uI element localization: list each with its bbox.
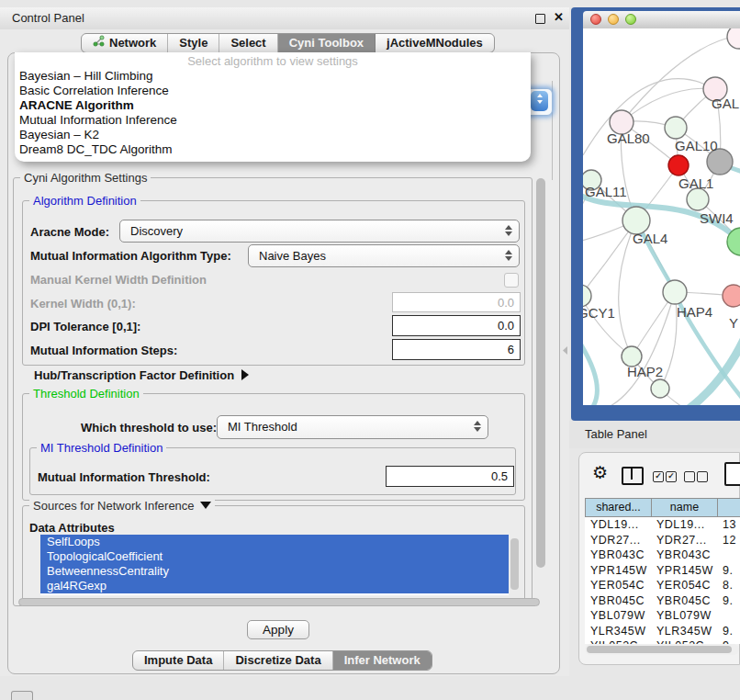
table-row[interactable]: YBR043CYBR043C: [585, 548, 740, 563]
table-horizontal-scrollbar-thumb[interactable]: [587, 646, 732, 653]
algorithm-item[interactable]: Basic Correlation Inference: [15, 84, 531, 98]
kernel-width-field: 0.0: [392, 292, 521, 312]
manual-kernel-label: Manual Kernel Width Definition: [30, 273, 207, 287]
tab-discretize-data[interactable]: Discretize Data: [224, 651, 332, 670]
aracne-mode-combobox[interactable]: Discovery: [119, 220, 520, 243]
settings-horizontal-scrollbar[interactable]: [18, 598, 540, 606]
minimize-traffic-light-icon[interactable]: [608, 14, 619, 25]
table-row[interactable]: YDL19...YDL19...13: [585, 517, 740, 533]
network-node[interactable]: [727, 28, 740, 49]
table-horizontal-scrollbar-track[interactable]: [585, 644, 739, 655]
data-attribute-item[interactable]: gal4RGexp: [40, 579, 509, 593]
network-canvas[interactable]: GALGAL80GAL10GAL1GAL11SWI4GAL4GCY1HAP4YH…: [583, 28, 740, 405]
network-view-frame: GALGAL80GAL10GAL1GAL11SWI4GAL4GCY1HAP4YH…: [571, 7, 740, 421]
table-row[interactable]: YDR27...YDR27...12: [585, 533, 740, 548]
column-header[interactable]: name: [651, 498, 717, 517]
manual-kernel-checkbox[interactable]: [504, 273, 519, 288]
mi-threshold-label: Mutual Information Threshold:: [38, 470, 210, 484]
threshold-definition-title: Threshold Definition: [29, 387, 143, 401]
control-panel-window: Control Panel ✕ NetworkStyleSelectCyni T…: [0, 7, 569, 676]
hub-definition-expander[interactable]: Hub/Transcription Factor Definition: [34, 368, 249, 382]
mi-threshold-field[interactable]: 0.5: [386, 466, 514, 487]
algorithm-item[interactable]: Bayesian – Hill Climbing: [15, 69, 531, 84]
network-node-hap4[interactable]: [663, 280, 687, 304]
mi-type-combobox[interactable]: Naive Bayes: [248, 244, 520, 267]
table-cell: 8.: [717, 578, 740, 593]
data-attribute-item[interactable]: TopologicalCoefficient: [40, 549, 509, 564]
attributes-list-scrollbar[interactable]: [510, 538, 519, 590]
column-header[interactable]: shared...: [585, 498, 651, 517]
table-row[interactable]: YLR345WYLR345W9.: [585, 624, 740, 639]
network-node-gal10[interactable]: [665, 117, 687, 139]
which-threshold-label: Which threshold to use:: [81, 421, 217, 435]
network-node-gcy1[interactable]: [583, 285, 591, 307]
network-node-swi4[interactable]: [687, 188, 709, 210]
algorithm-item[interactable]: Mutual Information Inference: [15, 113, 531, 128]
tab-cyni-toolbox[interactable]: Cyni Toolbox: [278, 34, 376, 52]
table-cell: YBR043C: [585, 548, 651, 563]
column-header[interactable]: A: [717, 498, 740, 517]
table-row[interactable]: YPR145WYPR145W9.: [585, 563, 740, 579]
algorithm-item[interactable]: ARACNE Algorithm: [15, 98, 531, 113]
table-cell: YBR045C: [585, 593, 651, 609]
control-panel-tab-bar: NetworkStyleSelectCyni ToolboxjActiveMNo…: [81, 33, 495, 53]
combo-stepper-icon[interactable]: [531, 91, 548, 111]
tab-infer-network[interactable]: Infer Network: [333, 651, 432, 670]
mi-threshold-group-title: MI Threshold Definition: [37, 441, 166, 455]
table-row[interactable]: YER054CYER054C8.: [585, 578, 740, 593]
apply-button[interactable]: Apply: [247, 620, 309, 639]
tab-network[interactable]: Network: [82, 34, 168, 52]
mi-steps-label: Mutual Information Steps:: [30, 344, 177, 357]
mi-type-value: Naive Bayes: [259, 249, 326, 263]
float-window-icon[interactable]: [535, 14, 545, 24]
network-node-gal1[interactable]: [668, 155, 689, 175]
close-traffic-light-icon[interactable]: [590, 14, 601, 25]
table-row[interactable]: YBR045CYBR045C9.: [585, 593, 740, 609]
table-row[interactable]: YBL079WYBL079W: [585, 608, 740, 624]
zoom-traffic-light-icon[interactable]: [625, 14, 636, 25]
node-label: GAL: [712, 96, 739, 111]
tab-select[interactable]: Select: [219, 34, 277, 52]
aracne-mode-label: Aracne Mode:: [30, 225, 109, 239]
minimized-panel-icon[interactable]: [11, 691, 33, 700]
network-window-titlebar[interactable]: [583, 11, 740, 29]
algorithm-item[interactable]: Bayesian – K2: [15, 128, 531, 142]
unchecked-checkbox-icon[interactable]: [697, 471, 708, 482]
algorithm-select-popup: Select algorithm to view settings Bayesi…: [15, 52, 531, 162]
checked-checkbox-icon[interactable]: ✓: [666, 471, 677, 482]
close-icon[interactable]: ✕: [554, 10, 564, 24]
table-cell: YDL19...: [651, 517, 717, 533]
checked-checkbox-icon[interactable]: ✓: [653, 471, 664, 482]
data-attribute-item[interactable]: BetweennessCentrality: [40, 564, 509, 579]
control-panel-titlebar: Control Panel ✕: [0, 7, 569, 29]
node-label: GCY1: [583, 305, 615, 321]
tab-impute-data[interactable]: Impute Data: [133, 651, 224, 670]
tab-label: Style: [179, 34, 207, 52]
tab-jactivemnodules[interactable]: jActiveMNodules: [376, 34, 494, 52]
data-attribute-item[interactable]: SelfLoops: [40, 535, 509, 549]
table-rows[interactable]: YDL19...YDL19...13YDR27...YDR27...12YBR0…: [585, 517, 740, 644]
kernel-width-label: Kernel Width (0,1):: [30, 297, 136, 310]
network-node-y[interactable]: [723, 285, 740, 307]
column-layout-icon[interactable]: [622, 467, 644, 485]
gear-icon[interactable]: ⚙: [592, 462, 608, 483]
mi-steps-field[interactable]: 6: [392, 339, 521, 360]
algorithm-item[interactable]: Dream8 DC_TDC Algorithm: [15, 142, 531, 157]
which-threshold-value: MI Threshold: [228, 420, 297, 434]
network-node[interactable]: [651, 379, 669, 398]
node-label: Y: [729, 315, 738, 331]
tab-label: jActiveMNodules: [387, 34, 483, 52]
tab-style[interactable]: Style: [168, 34, 219, 52]
node-label: HAP2: [627, 364, 663, 379]
table-panel-header: Table Panel: [569, 421, 740, 448]
cyni-algorithm-settings-title: Cyni Algorithm Settings: [20, 171, 151, 185]
unchecked-checkbox-icon[interactable]: [684, 471, 695, 482]
tab-label: Network: [109, 34, 156, 52]
document-icon[interactable]: [724, 462, 740, 486]
data-attributes-list[interactable]: SelfLoopsTopologicalCoefficientBetweenne…: [40, 535, 509, 595]
algorithm-definition-title: Algorithm Definition: [29, 194, 140, 208]
dpi-tolerance-field[interactable]: 0.0: [392, 315, 521, 336]
settings-vertical-scrollbar[interactable]: [536, 178, 545, 568]
sources-group-title[interactable]: Sources for Network Inference: [29, 499, 215, 513]
which-threshold-combobox[interactable]: MI Threshold: [217, 415, 488, 439]
